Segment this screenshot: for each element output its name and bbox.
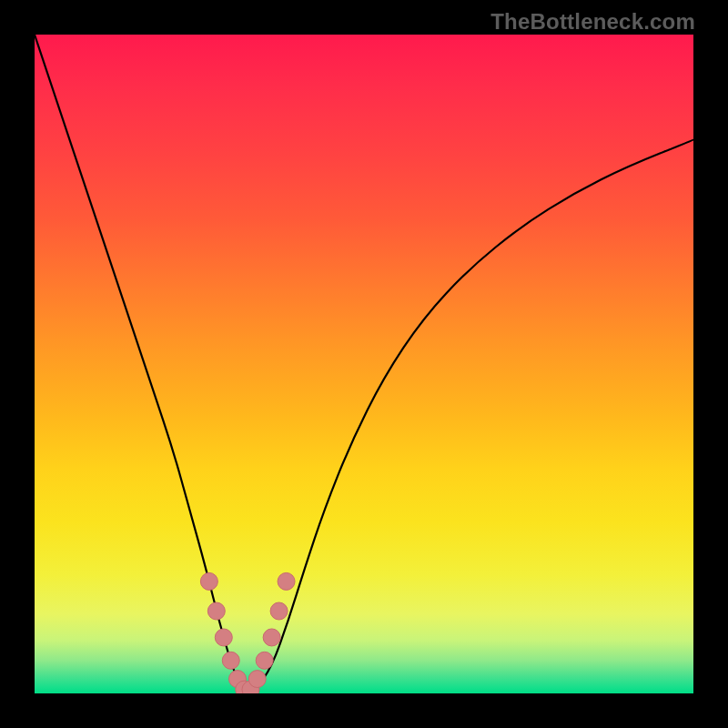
highlight-marker — [270, 602, 288, 620]
highlight-marker — [278, 572, 295, 590]
highlight-marker — [215, 629, 232, 646]
highlight-marker — [248, 671, 266, 688]
curve-line — [35, 35, 693, 690]
watermark-text: TheBottleneck.com — [490, 9, 695, 35]
plot-area — [35, 35, 693, 693]
highlight-marker — [263, 629, 280, 646]
chart-frame: TheBottleneck.com — [0, 0, 728, 728]
highlight-marker — [200, 572, 217, 590]
chart-svg — [35, 35, 693, 693]
highlight-marker — [222, 652, 239, 669]
highlight-marker — [207, 602, 225, 620]
highlight-marker — [256, 652, 273, 669]
highlight-markers — [200, 572, 295, 693]
